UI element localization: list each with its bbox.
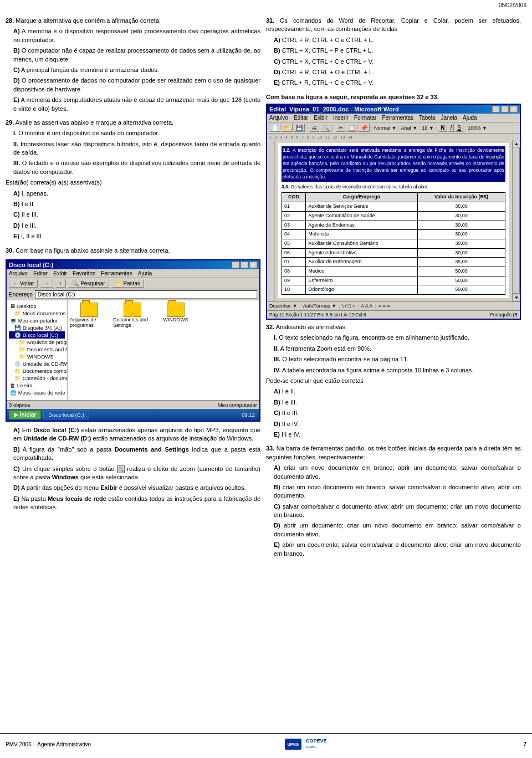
question-31: 31. Os comandos do Word de Recortar, Cop… [266,17,521,88]
tree-cdrw[interactable]: 💿 Unidade de CD-RW (D:) [9,360,65,367]
search-btn[interactable]: 🔍 Pesquisar [68,279,109,288]
word-new[interactable]: 📄 [269,124,280,132]
menu-ajuda[interactable]: Ajuda [138,270,152,276]
tree-docs-comp[interactable]: 📁 Documentos compartilhados [9,367,65,375]
tree-windows[interactable]: 📁 WINDOWS [9,353,65,360]
taskbar-explorer[interactable]: Disco local (C:) [43,410,89,419]
start-button[interactable]: ▶ Iniciar [9,410,41,419]
explorer-title-bar: Disco local (C:) _ □ × [7,260,259,269]
file-docs-settings[interactable]: 🤚 Documents and Settings [113,303,152,328]
word-status-bar: Pág 11 Seção 1 11/27 Em 8,8 cm Lin 12 Co… [267,310,520,319]
tree-desktop[interactable]: 🖥 Desktop [9,303,65,310]
word-toolbar-standard: 📄 📂 💾 | 🖨 🔍 | ✂ 📋 📌 | Normal ▼ | Arial ▼… [267,122,520,134]
windows-explorer-screenshot: Disco local (C:) _ □ × Arquivo Editar Ex… [6,259,260,422]
explorer-toolbar: ← Voltar → ↑ 🔍 Pesquisar 📁 Pastas [7,278,259,289]
word-print[interactable]: 🖨 [309,124,319,132]
word-content-area: 3.2. A inscrição do candidato será efeti… [267,140,520,301]
page-header: 05/02/2006 [499,2,526,8]
word-table: COD Cargo/Emprego Valor da Inscrição (R$… [282,192,505,295]
question-33: 33. Na barra de ferramentas padrão, os t… [266,444,521,558]
table-row: 10Odontólogo50,00 [282,285,505,295]
tree-disquete[interactable]: 💾 Disquete 3½ (A:) [9,324,65,331]
maximize-btn[interactable]: □ [241,262,248,268]
tree-disco-c[interactable]: 💿 Disco local (C:) [9,331,65,339]
file-windows[interactable]: WINDOWS [156,303,195,328]
word-menu-inserir[interactable]: Inserir [333,115,349,121]
word-preview[interactable]: 🔍 [320,124,331,132]
word-menu-exibir[interactable]: Exibir [314,115,328,121]
explorer-menu: Arquivo Editar Exibir Favoritos Ferramen… [7,269,259,278]
tree-meus-docs[interactable]: 📁 Meus documentos [9,310,65,317]
word-menu-ferramentas[interactable]: Ferramentas [382,115,413,121]
word-save[interactable]: 💾 [294,124,305,132]
tree-meu-computador[interactable]: 💻 Meu computador [9,317,65,324]
word-menu: Arquivo Editar Exibir Inserir Formatar F… [267,114,520,122]
word-bold[interactable]: N [438,124,447,132]
taskbar: ▶ Iniciar Disco local (C:) 09:12 [7,409,259,421]
word-maximize[interactable]: □ [501,106,509,112]
word-paste[interactable]: 📌 [359,124,370,132]
scroll-down[interactable]: ▼ [513,294,520,301]
word-menu-janela[interactable]: Janela [441,115,457,121]
file-arq-prog[interactable]: Arquivos de programas [70,303,109,328]
word-menu-arquivo[interactable]: Arquivo [269,115,288,121]
forward-btn[interactable]: → [40,279,53,288]
word-title-bar: Edital_Vipusa_01_2005.doc - Microsoft Wo… [267,105,520,114]
files-area: Arquivos de programas 🤚 Documents and Se… [68,300,259,400]
question-28: 28. Marque a alternativa que contém a af… [6,17,260,113]
explorer-status: 3 objetos Meu computador [7,400,259,409]
word-menu-editar[interactable]: Editar [294,115,308,121]
address-bar: Endereço Disco local (C:) [7,289,259,300]
word-open[interactable]: 📂 [282,124,293,132]
back-btn[interactable]: ← Voltar [9,279,38,288]
word-italic[interactable]: I [448,124,454,132]
word-cut[interactable]: ✂ [336,124,345,132]
footer-logo: UFMG COPEVE UFMG [285,736,329,752]
address-input[interactable]: Disco local (C:) [35,290,257,299]
word-minimize[interactable]: _ [492,106,500,112]
word-menu-tabela[interactable]: Tabela [419,115,435,121]
menu-ferramentas[interactable]: Ferramentas [101,270,132,276]
folder-tree: 🖥 Desktop 📁 Meus documentos 💻 Meu comput… [7,300,68,400]
table-row: 04Motorista30,00 [282,230,505,239]
svg-text:COPEVE: COPEVE [306,738,327,744]
tree-conteudo[interactable]: 📁 Conteúdo - documentos [9,375,65,382]
menu-exibir[interactable]: Exibir [53,270,67,276]
question-30: 30. Com base na figura abaixo assinale a… [6,247,260,512]
question-32: 32. Analisando as afirmativas, I. O text… [266,323,521,439]
table-row: 09Enfermeiro50,00 [282,276,505,285]
scroll-up[interactable]: ▲ [513,140,520,147]
table-row: 03Agente de Endemias30,00 [282,221,505,230]
explorer-content: 🖥 Desktop 📁 Meus documentos 💻 Meu comput… [7,300,259,400]
word-close[interactable]: × [510,106,518,112]
minimize-btn[interactable]: _ [232,262,239,268]
table-row: 02Agente Comunitário de Saúde30,00 [282,211,505,221]
menu-editar[interactable]: Editar [33,270,48,276]
close-btn[interactable]: × [249,262,257,268]
tree-arq-prog[interactable]: 📁 Arquivos de programas [9,339,65,346]
word-scrollbar[interactable]: ▲ ▼ [512,140,520,301]
word-menu-ajuda[interactable]: Ajuda [463,115,477,121]
table-row: 07Auxiliar de Enfermagem35,00 [282,258,505,267]
question-29: 29. Avalie as assertivas abaixo e marque… [6,119,260,241]
menu-arquivo[interactable]: Arquivo [9,270,28,276]
tree-locais-rede[interactable]: 🌐 Meus locais de rede [9,389,65,396]
svg-text:UFMG: UFMG [288,742,299,746]
tree-lixeira[interactable]: 🗑 Lixeira [9,382,65,389]
menu-favoritos[interactable]: Favoritos [73,270,95,276]
table-row: 06Agente Administrativo30,00 [282,248,505,258]
table-row: 01Auxiliar de Serviços Gerais30,00 [282,202,505,212]
copeve-logo-svg: UFMG COPEVE UFMG [285,736,329,752]
tree-docs-settings[interactable]: 📁 Documents and Settings [9,346,65,353]
word-menu-formatar[interactable]: Formatar [354,115,377,121]
folders-btn[interactable]: 📁 Pastas [111,279,144,288]
scroll-thumb[interactable] [513,147,520,294]
page-footer: PMV-2006 – Agente Administrativo UFMG CO… [0,733,532,752]
word-underline[interactable]: S [455,124,463,132]
up-btn[interactable]: ↑ [55,279,66,288]
word-ruler: · 1 · 2 · 3 · 4 · 5 · 6 · 7 · 8 · 9 · 10… [267,134,520,140]
word-window-screenshot: Edital_Vipusa_01_2005.doc - Microsoft Wo… [266,104,521,320]
table-row: 08Médico50,00 [282,267,505,276]
word-left-ruler [267,140,275,301]
word-copy[interactable]: 📋 [346,124,357,132]
